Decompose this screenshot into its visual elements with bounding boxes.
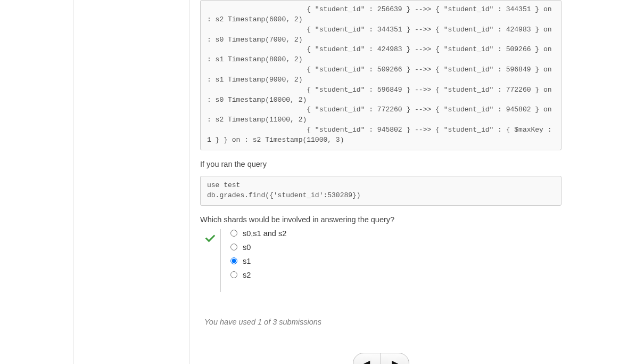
left-rail [0, 0, 73, 364]
query-code: use test db.grades.find({'student_id':53… [200, 176, 562, 206]
submissions-status: You have used 1 of 3 submissions [204, 318, 562, 326]
option-2[interactable]: s1 [230, 257, 286, 265]
option-1[interactable]: s0 [230, 243, 286, 252]
main-content: { "student_id" : 256639 } -->> { "studen… [189, 0, 572, 364]
check-icon [204, 231, 217, 246]
prompt-text-if-query: If you ran the query [200, 160, 562, 168]
option-3-label: s2 [243, 271, 251, 279]
result-indicator [200, 229, 220, 246]
option-1-label: s0 [243, 243, 251, 252]
option-2-label: s1 [243, 257, 251, 265]
option-3-radio[interactable] [230, 271, 237, 278]
option-1-radio[interactable] [230, 244, 237, 250]
option-2-radio[interactable] [230, 257, 237, 264]
triangle-left-icon: ◀ [364, 358, 370, 364]
option-0[interactable]: s0,s1 and s2 [230, 229, 286, 238]
option-0-label: s0,s1 and s2 [243, 229, 286, 238]
options-list: s0,s1 and s2 s0 s1 s2 [220, 229, 286, 292]
nav-buttons: ◀ ▶ [200, 353, 562, 365]
answer-section: s0,s1 and s2 s0 s1 s2 [200, 229, 562, 292]
nav-pill: ◀ ▶ [353, 353, 409, 365]
next-button[interactable]: ▶ [381, 353, 409, 365]
question-text: Which shards would be involved in answer… [200, 215, 562, 224]
option-3[interactable]: s2 [230, 271, 286, 279]
shard-ranges-code: { "student_id" : 256639 } -->> { "studen… [200, 0, 562, 150]
option-0-radio[interactable] [230, 230, 237, 237]
triangle-right-icon: ▶ [392, 358, 398, 364]
prev-button[interactable]: ◀ [353, 353, 381, 365]
